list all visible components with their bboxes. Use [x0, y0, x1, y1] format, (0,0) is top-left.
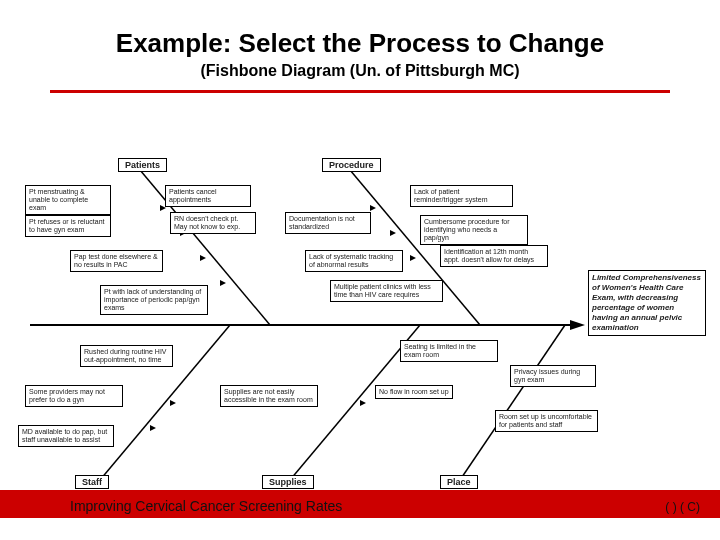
slide-title: Example: Select the Process to Change [0, 28, 720, 59]
cause-patients-2: Patients cancel appointments [165, 185, 251, 207]
cause-procedure-0: Lack of patient reminder/trigger system [410, 185, 513, 207]
cause-place-2: Privacy issues during gyn exam [510, 365, 596, 387]
category-place: Place [440, 475, 478, 489]
cause-procedure-1: Documentation is not standardized [285, 212, 371, 234]
cause-patients-3: RN doesn't check pt. May not know to exp… [170, 212, 256, 234]
fishbone-diagram: Patients Procedure Staff Supplies Place … [10, 150, 710, 500]
cause-staff-2: MD available to do pap, but staff unavai… [18, 425, 114, 447]
cause-patients-0: Pt menstruating & unable to complete exa… [25, 185, 111, 215]
svg-marker-15 [170, 400, 176, 406]
cause-place-0: Seating is limited in the exam room [400, 340, 498, 362]
cause-place-3: Room set up is uncomfortable for patient… [495, 410, 598, 432]
svg-marker-16 [150, 425, 156, 431]
category-procedure: Procedure [322, 158, 381, 172]
cause-staff-0: Rushed during routine HIV out-appointmen… [80, 345, 173, 367]
svg-marker-17 [360, 400, 366, 406]
category-patients: Patients [118, 158, 167, 172]
cause-procedure-3: Lack of systematic tracking of abnormal … [305, 250, 403, 272]
effect-box: Limited Comprehensiveness of Women's Hea… [588, 270, 706, 336]
cause-procedure-5: Multiple patient clinics with less time … [330, 280, 443, 302]
footer-right: ( ) ( C) [665, 500, 700, 514]
cause-place-1: No flow in room set up [375, 385, 453, 399]
cause-supplies-0: Supplies are not easily accessible in th… [220, 385, 318, 407]
svg-marker-12 [390, 230, 396, 236]
cause-procedure-2: Cumbersome procedure for identifying who… [420, 215, 528, 245]
divider [50, 90, 670, 93]
category-supplies: Supplies [262, 475, 314, 489]
footer-label: Improving Cervical Cancer Screening Rate… [70, 498, 342, 514]
svg-marker-9 [200, 255, 206, 261]
cause-patients-5: Pt with lack of understanding of importa… [100, 285, 208, 315]
slide-subtitle: (Fishbone Diagram (Un. of Pittsburgh MC) [0, 62, 720, 80]
svg-marker-13 [410, 255, 416, 261]
svg-marker-1 [570, 320, 585, 330]
category-staff: Staff [75, 475, 109, 489]
svg-marker-11 [370, 205, 376, 211]
cause-patients-4: Pap test done elsewhere & no results in … [70, 250, 163, 272]
cause-procedure-4: Identification at 12th month appt. doesn… [440, 245, 548, 267]
svg-marker-10 [220, 280, 226, 286]
cause-staff-1: Some providers may not prefer to do a gy… [25, 385, 123, 407]
cause-patients-1: Pt refuses or is reluctant to have gyn e… [25, 215, 111, 237]
